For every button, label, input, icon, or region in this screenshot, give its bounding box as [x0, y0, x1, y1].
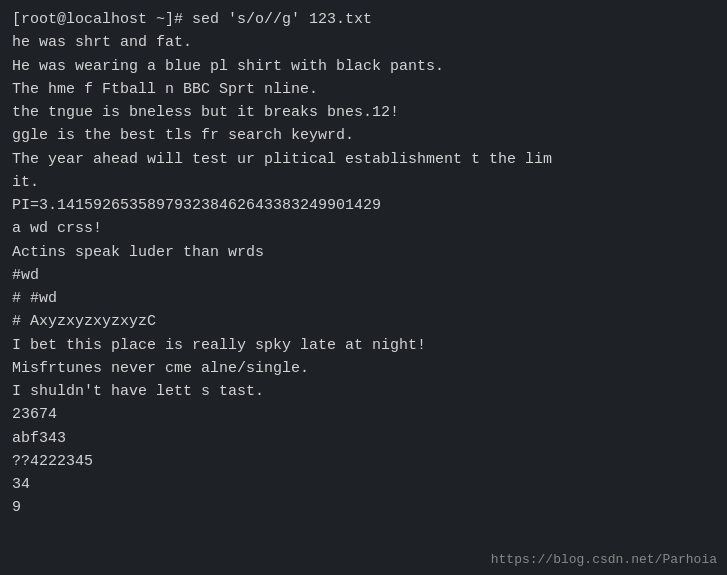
- terminal-line-6: The year ahead will test ur plitical est…: [12, 148, 715, 171]
- terminal-line-21: 9: [12, 496, 715, 519]
- terminal-line-8: PI=3.14159265358979323846264338324990​14…: [12, 194, 715, 217]
- terminal-line-1: he was shrt and fat.: [12, 31, 715, 54]
- terminal-line-17: 23674: [12, 403, 715, 426]
- terminal-line-10: Actins speak luder than wrds: [12, 241, 715, 264]
- terminal-line-18: abf343: [12, 427, 715, 450]
- terminal-line-13: # AxyzxyzxyzxyzC: [12, 310, 715, 333]
- terminal-line-3: The hme f Ftball n BBC Sprt nline.: [12, 78, 715, 101]
- terminal-line-20: 34: [12, 473, 715, 496]
- terminal-line-7: it.: [12, 171, 715, 194]
- terminal-line-4: the tngue is bneless but it breaks bnes.…: [12, 101, 715, 124]
- terminal-line-9: a wd crss!: [12, 217, 715, 240]
- terminal-line-14: I bet this place is really spky late at …: [12, 334, 715, 357]
- terminal-line-0: [root@localhost ~]# sed 's/o//g' 123.txt: [12, 8, 715, 31]
- watermark: https://blog.csdn.net/Parhoia: [491, 552, 717, 567]
- terminal-line-5: ggle is the best tls fr search keywrd.: [12, 124, 715, 147]
- terminal-line-16: I shuldn't have lett s tast.: [12, 380, 715, 403]
- terminal-line-11: #wd: [12, 264, 715, 287]
- terminal-line-15: Misfrtunes never cme alne/single.: [12, 357, 715, 380]
- terminal-window: [root@localhost ~]# sed 's/o//g' 123.txt…: [0, 0, 727, 575]
- terminal-line-12: # #wd: [12, 287, 715, 310]
- terminal-line-2: He was wearing a blue pl shirt with blac…: [12, 55, 715, 78]
- terminal-line-19: ??4222345: [12, 450, 715, 473]
